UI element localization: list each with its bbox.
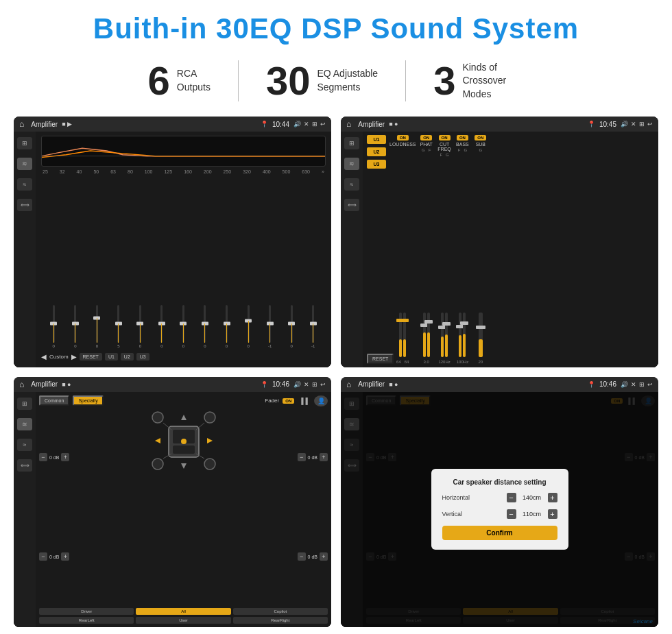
fader-screen: ⌂ Amplifier ■ ● 📍 10:46 🔊 ✕ ⊞ ↩ ⊞ ≋ ≈ — [14, 377, 331, 628]
dialog-horizontal-minus[interactable]: − — [507, 493, 516, 502]
fader-bl-value: 0 dB — [49, 554, 59, 559]
eq-play-icons: ■ ▶ — [62, 121, 72, 127]
amp-preset-u3[interactable]: U3 — [367, 160, 386, 169]
dialog-horizontal-plus[interactable]: + — [548, 493, 557, 502]
fader-icon-2[interactable]: ≋ — [17, 418, 32, 430]
fader-icon-1[interactable]: ⊞ — [17, 398, 32, 410]
dialog-vertical-minus[interactable]: − — [507, 509, 516, 519]
fader-home-icon[interactable]: ⌂ — [19, 380, 24, 389]
fader-tr-minus[interactable]: − — [298, 453, 306, 461]
fader-icon-3[interactable]: ≈ — [17, 439, 32, 451]
eq-u2-button[interactable]: U2 — [121, 353, 134, 361]
amp-loudness-slider-r[interactable] — [403, 313, 406, 357]
fader-rearleft-btn[interactable]: RearLeft — [39, 617, 134, 624]
eq-vol-icon: 🔊 — [293, 121, 301, 127]
fader-screen-content: ⊞ ≋ ≈ ⟺ Common Specialty Fader ON ▐▐ 👤 — [14, 392, 331, 628]
eq-slider-9[interactable]: 0 — [217, 305, 237, 348]
eq-slider-12[interactable]: 0 — [282, 305, 302, 348]
fader-bl-minus[interactable]: − — [39, 552, 47, 561]
dialog-vertical-plus[interactable]: + — [548, 509, 557, 519]
amp-cutfreq-vals: 120Hz — [438, 360, 450, 364]
fader-db-bl: − 0 dB + — [39, 552, 69, 561]
eq-slider-8[interactable]: 0 — [195, 305, 215, 348]
fader-br-plus[interactable]: + — [320, 552, 328, 561]
fader-on-badge[interactable]: ON — [283, 398, 294, 404]
amp-icon-2[interactable]: ≋ — [344, 158, 359, 170]
fader-back-icon: ↩ — [320, 381, 326, 388]
amp-bass-slider-1[interactable] — [459, 313, 461, 357]
amp-loudness-on[interactable]: ON — [397, 135, 409, 141]
eq-next-button[interactable]: ▶ — [71, 353, 77, 361]
fader-label: Fader — [265, 398, 279, 404]
amp-bass-slider-2[interactable] — [463, 313, 466, 357]
fader-rearright-btn[interactable]: RearRight — [233, 617, 328, 624]
amp-phat-on[interactable]: ON — [420, 135, 432, 141]
svg-point-4 — [204, 459, 215, 470]
fader-copilot-btn[interactable]: Copilot — [233, 608, 328, 615]
amp-cutfreq-on[interactable]: ON — [439, 135, 451, 141]
eq-slider-4[interactable]: 5 — [109, 305, 129, 348]
distance-dialog: Car speaker distance setting Horizontal … — [431, 469, 568, 550]
eq-icon-2[interactable]: ≋ — [17, 158, 32, 170]
eq-home-icon[interactable]: ⌂ — [19, 119, 24, 129]
eq-icon-3[interactable]: ≈ — [17, 178, 32, 191]
amp-phat-slider-f[interactable] — [427, 313, 430, 357]
eq-u3-button[interactable]: U3 — [136, 353, 149, 361]
amp-phat-slider-g[interactable] — [423, 313, 426, 357]
fader-bl-plus[interactable]: + — [61, 552, 69, 561]
fader-br-minus[interactable]: − — [298, 552, 306, 561]
amp-preset-u2[interactable]: U2 — [367, 147, 386, 156]
eq-slider-7[interactable]: 0 — [173, 305, 193, 348]
amp-icon-1[interactable]: ⊞ — [344, 137, 359, 149]
eq-slider-13[interactable]: -1 — [303, 305, 323, 348]
dialog-vertical-row: Vertical − 110cm + — [442, 509, 557, 519]
amp-vol-icon: 🔊 — [621, 121, 628, 127]
eq-expand-icon[interactable]: » — [322, 169, 324, 174]
dialog-confirm-button[interactable]: Confirm — [442, 526, 557, 540]
eq-slider-11[interactable]: -1 — [260, 305, 280, 348]
fader-speaker-diagram — [73, 409, 293, 606]
fader-content: − 0 dB + − 0 dB + — [39, 409, 328, 606]
eq-slider-3[interactable]: 0 — [87, 305, 107, 348]
fader-close-icon: ✕ — [304, 381, 309, 388]
eq-u1-button[interactable]: U1 — [105, 353, 118, 361]
fader-br-value: 0 dB — [308, 554, 317, 559]
fader-all-btn[interactable]: All — [136, 608, 230, 615]
fader-common-button[interactable]: Common — [39, 395, 69, 406]
amp-sub-on[interactable]: ON — [475, 135, 486, 141]
distance-dialog-overlay: Car speaker distance setting Horizontal … — [341, 392, 658, 628]
fader-specialty-button[interactable]: Specialty — [73, 395, 103, 406]
eq-slider-2[interactable]: 0 — [66, 305, 86, 348]
eq-slider-10[interactable]: 0 — [239, 305, 259, 348]
eq-slider-1[interactable]: 0 — [44, 305, 64, 348]
fader-user-btn[interactable]: User — [136, 617, 230, 624]
eq-reset-button[interactable]: RESET — [80, 353, 102, 361]
amp-icon-3[interactable]: ≈ — [344, 178, 359, 191]
eq-slider-5[interactable]: 0 — [130, 305, 150, 348]
eq-prev-button[interactable]: ◀ — [41, 353, 47, 361]
fader-right-controls: − 0 dB + − 0 dB + — [298, 409, 328, 606]
stat-eq-label: EQ AdjustableSegments — [317, 67, 378, 94]
fader-user-icon[interactable]: 👤 — [314, 395, 328, 406]
amp-preset-u1[interactable]: U1 — [367, 135, 386, 144]
amp-home-icon[interactable]: ⌂ — [346, 119, 351, 129]
amp-cutfreq-slider-1[interactable] — [441, 313, 444, 357]
amp-bass-on[interactable]: ON — [457, 135, 468, 141]
eq-icon-1[interactable]: ⊞ — [17, 137, 32, 149]
stat-crossover-label: Kinds ofCrossover Modes — [462, 61, 524, 101]
amp-cutfreq-slider-2[interactable] — [445, 313, 448, 357]
amp-status-icons: 🔊 ✕ ⊞ ↩ — [621, 121, 653, 127]
fader-tl-minus[interactable]: − — [39, 453, 47, 461]
amp-icon-4[interactable]: ⟺ — [344, 199, 359, 211]
dist-back-icon: ↩ — [647, 381, 653, 388]
dist-home-icon[interactable]: ⌂ — [346, 380, 351, 389]
fader-tl-plus[interactable]: + — [61, 453, 69, 461]
amp-sub-slider[interactable] — [479, 313, 483, 357]
eq-slider-6[interactable]: 0 — [152, 305, 172, 348]
fader-driver-btn[interactable]: Driver — [39, 608, 134, 615]
svg-point-8 — [181, 439, 187, 444]
fader-icon-4[interactable]: ⟺ — [17, 459, 32, 472]
amp-channel-bass: ON BASS F G — [455, 135, 470, 364]
fader-tr-plus[interactable]: + — [320, 453, 328, 461]
eq-icon-4[interactable]: ⟺ — [17, 199, 32, 211]
